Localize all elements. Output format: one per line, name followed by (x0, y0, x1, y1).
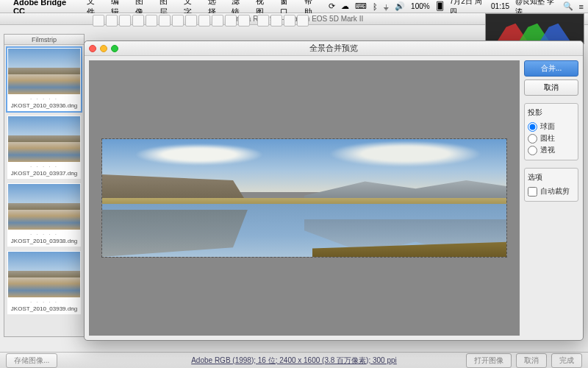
cancel-button[interactable]: 取消 (516, 353, 547, 368)
dialog-cancel-button[interactable]: 取消 (524, 79, 578, 96)
options-label: 选项 (528, 172, 575, 183)
projection-label: 投影 (528, 107, 575, 118)
notification-icon[interactable]: ≡ (579, 2, 584, 11)
tool-gradfilter[interactable] (225, 15, 237, 26)
histogram-panel[interactable] (485, 13, 584, 44)
projection-cylindrical-radio[interactable] (528, 134, 537, 144)
tool-hand[interactable] (106, 15, 118, 26)
projection-perspective-radio[interactable] (528, 146, 537, 155)
camera-raw-toolbar (90, 13, 481, 28)
dialog-titlebar[interactable]: 全景合并预览 (85, 41, 583, 56)
workflow-link[interactable]: Adobe RGB (1998); 16 位; 2400 x 1600 (3.8… (191, 355, 397, 366)
options-group: 选项 自动裁剪 (524, 168, 578, 202)
tool-zoom[interactable] (93, 15, 104, 26)
thumbnail-filename: JKOST_2010_03937.dng (8, 169, 80, 178)
panorama-merge-dialog: 全景合并预览 合并... 取消 投影 (84, 40, 584, 341)
tool-adjustbrush[interactable] (212, 15, 223, 26)
thumbnail-filename: JKOST_2010_03939.dng (8, 304, 80, 314)
thumbnail-rating[interactable]: . . . . . (8, 94, 80, 101)
auto-crop-label: 自动裁剪 (540, 186, 570, 197)
auto-crop-option[interactable]: 自动裁剪 (528, 185, 575, 197)
projection-cylindrical[interactable]: 圆柱 (528, 132, 575, 144)
thumbnail-image (8, 49, 80, 94)
battery-text: 100% (411, 2, 430, 10)
macos-menubar: Adobe Bridge CC 文件 编辑 图像 图层 文字 选择 滤镜 视图 … (0, 0, 588, 13)
projection-spherical-radio[interactable] (528, 122, 537, 132)
thumbnail-rating[interactable]: . . . . . (8, 297, 80, 304)
tool-spotremoval[interactable] (185, 15, 197, 26)
dialog-sidebar: 合并... 取消 投影 球面 圆柱 透视 选项 (524, 56, 583, 340)
battery-icon[interactable]: 🂠 (436, 1, 444, 11)
thumbnail[interactable]: . . . . . JKOST_2010_03937.dng (7, 116, 81, 179)
done-button[interactable]: 完成 (551, 353, 582, 368)
thumbnail-rating[interactable]: . . . . . (8, 162, 80, 169)
tool-colorsampler[interactable] (132, 15, 144, 26)
panorama-preview[interactable] (89, 60, 520, 336)
tool-trash[interactable] (297, 15, 309, 26)
tool-radialfilter[interactable] (238, 15, 250, 26)
thumbnail-image (8, 252, 80, 297)
tool-crop[interactable] (159, 15, 171, 26)
cloud-icon[interactable]: ☁︎ (341, 1, 349, 11)
tool-eyedropper[interactable] (119, 15, 131, 26)
projection-cylindrical-label: 圆柱 (540, 133, 555, 144)
filmstrip-panel: Filmstrip . . . . . JKOST_2010_03936.dng… (4, 34, 85, 337)
projection-perspective[interactable]: 透视 (528, 144, 575, 156)
projection-spherical-label: 球面 (540, 121, 555, 132)
auto-crop-checkbox[interactable] (528, 187, 537, 197)
tool-rotate-ccw[interactable] (270, 15, 282, 26)
camera-raw-bottombar: 存储图像... Adobe RGB (1998); 16 位; 2400 x 1… (0, 352, 588, 368)
zoom-icon[interactable] (111, 45, 118, 52)
open-image-button[interactable]: 打开图像 (466, 353, 512, 368)
histogram-blue (539, 24, 571, 42)
volume-icon[interactable]: 🔊 (395, 1, 405, 11)
thumbnail[interactable]: . . . . . JKOST_2010_03936.dng (7, 48, 81, 111)
tool-straighten[interactable] (172, 15, 184, 26)
thumbnail-rating[interactable]: . . . . . (8, 230, 80, 236)
projection-group: 投影 球面 圆柱 透视 (524, 103, 578, 160)
thumbnail-image (8, 116, 80, 162)
tool-prefs[interactable] (257, 15, 269, 26)
filmstrip-header: Filmstrip (4, 35, 84, 45)
thumbnail-filename: JKOST_2010_03938.dng (8, 236, 80, 246)
tool-targeted[interactable] (146, 15, 157, 26)
panorama-image (102, 139, 507, 257)
projection-perspective-label: 透视 (540, 145, 555, 155)
sync-icon[interactable]: ⟳ (329, 1, 335, 11)
bluetooth-icon[interactable]: ᛒ (373, 2, 378, 11)
projection-spherical[interactable]: 球面 (528, 121, 575, 132)
tool-rotate-cw[interactable] (284, 15, 295, 26)
time-text[interactable]: 01:15 (491, 2, 509, 10)
keyboard-icon[interactable]: ⌨︎ (355, 1, 367, 11)
thumbnail[interactable]: . . . . . JKOST_2010_03938.dng (7, 183, 81, 247)
thumbnail-filename: JKOST_2010_03936.dng (8, 101, 80, 110)
close-icon[interactable] (89, 45, 96, 52)
thumbnail-image (8, 184, 80, 230)
thumbnail[interactable]: . . . . . JKOST_2010_03939.dng (7, 251, 81, 314)
merge-button[interactable]: 合并... (524, 60, 578, 77)
dialog-title: 全景合并预览 (309, 43, 358, 54)
tool-redeye[interactable] (198, 15, 210, 26)
save-image-button[interactable]: 存储图像... (6, 353, 57, 368)
window-controls (89, 45, 118, 52)
spotlight-icon[interactable]: 🔍 (563, 1, 573, 11)
minimize-icon[interactable] (100, 45, 107, 52)
wifi-icon[interactable]: ⏚ (384, 2, 389, 11)
